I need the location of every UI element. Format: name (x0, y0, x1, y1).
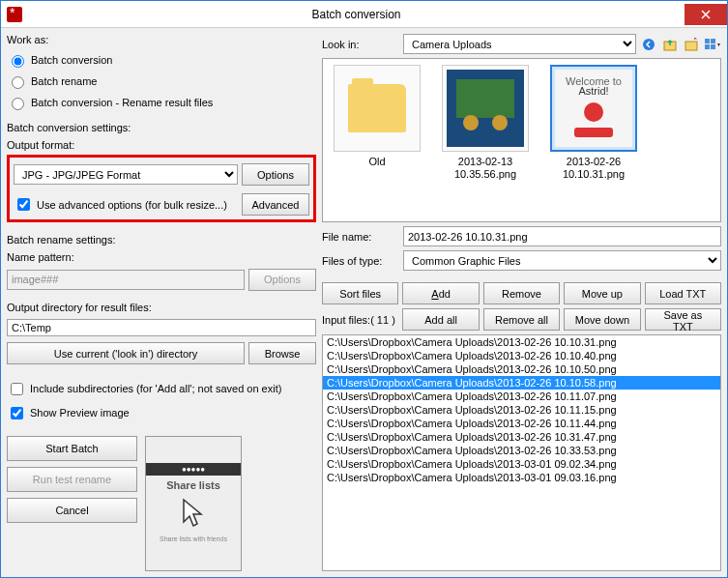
file-name-input[interactable] (403, 226, 721, 246)
use-advanced-label: Use advanced options (for bulk resize...… (37, 199, 238, 211)
add-all-button[interactable]: Add all (402, 308, 479, 331)
back-icon[interactable] (640, 36, 657, 53)
rename-settings-label: Batch rename settings: (7, 234, 316, 246)
browse-button[interactable]: Browse (248, 342, 316, 364)
file-list-row[interactable]: C:\Users\Dropbox\Camera Uploads\2013-03-… (323, 457, 720, 471)
name-pattern-input (7, 270, 245, 290)
include-subdirs-checkbox[interactable] (11, 383, 23, 395)
files-of-type-label: Files of type: (322, 255, 399, 267)
svg-rect-6 (705, 44, 710, 49)
cancel-button[interactable]: Cancel (7, 498, 137, 523)
conversion-settings-label: Batch conversion settings: (7, 122, 316, 133)
look-in-select[interactable]: Camera Uploads (403, 34, 636, 54)
radio-batch-rename[interactable] (12, 76, 24, 89)
format-options-button[interactable]: Options (242, 163, 309, 186)
file-list-row[interactable]: C:\Users\Dropbox\Camera Uploads\2013-02-… (323, 349, 720, 362)
svg-rect-4 (705, 39, 710, 43)
remove-all-button[interactable]: Remove all (483, 308, 560, 331)
run-test-rename-button: Run test rename (7, 467, 137, 492)
save-txt-button[interactable]: Save as TXT (645, 308, 721, 331)
start-batch-button[interactable]: Start Batch (7, 436, 137, 461)
folder-thumb[interactable]: Old (329, 65, 425, 216)
svg-rect-16 (574, 128, 613, 137)
move-down-button[interactable]: Move down (564, 308, 640, 331)
file-list-row[interactable]: C:\Users\Dropbox\Camera Uploads\2013-02-… (323, 390, 720, 403)
close-icon (701, 10, 711, 19)
advanced-button[interactable]: Advanced (242, 193, 309, 216)
file-list-row[interactable]: C:\Users\Dropbox\Camera Uploads\2013-02-… (323, 444, 720, 457)
input-files-count: Input files:( 11 ) (322, 314, 398, 326)
rename-options-button: Options (248, 269, 316, 291)
svg-rect-9 (456, 79, 514, 118)
view-menu-icon[interactable] (704, 36, 721, 53)
file-list-row[interactable]: C:\Users\Dropbox\Camera Uploads\2013-02-… (323, 376, 720, 390)
file-thumb-selected[interactable]: Welcome toAstrid! 2013-02-26 10.10.31.pn… (545, 65, 642, 216)
up-folder-icon[interactable] (661, 36, 679, 53)
output-dir-label: Output directory for result files: (7, 302, 316, 313)
file-list-row[interactable]: C:\Users\Dropbox\Camera Uploads\2013-02-… (323, 335, 720, 349)
svg-point-10 (463, 115, 479, 130)
add-button[interactable]: Add (402, 282, 479, 304)
pointer-icon (174, 495, 213, 534)
use-current-dir-button[interactable]: Use current ('look in') directory (7, 342, 245, 364)
show-preview-label: Show Preview image (30, 407, 130, 419)
use-advanced-checkbox[interactable] (17, 198, 30, 211)
preview-image: ●●●●● Share lists Share lists with frien… (145, 436, 242, 571)
output-dir-input[interactable] (7, 319, 316, 336)
radio-batch-conversion[interactable] (12, 55, 24, 68)
move-up-button[interactable]: Move up (564, 282, 640, 304)
app-icon (7, 7, 22, 22)
sort-files-button[interactable]: Sort files (322, 282, 398, 304)
svg-text:Astrid!: Astrid! (578, 85, 608, 97)
radio-batch-conversion-label: Batch conversion (31, 54, 112, 66)
include-subdirs-label: Include subdirectories (for 'Add all'; n… (30, 383, 281, 394)
highlighted-options-box: JPG - JPG/JPEG Format Options Use advanc… (7, 155, 316, 222)
svg-rect-7 (711, 44, 715, 49)
output-format-label: Output format: (7, 139, 316, 151)
load-txt-button[interactable]: Load TXT (645, 282, 721, 304)
work-as-label: Work as: (7, 34, 316, 45)
file-browser[interactable]: Old 2013-02-13 10.35.56.png Welcome toAs… (322, 58, 721, 222)
name-pattern-label: Name pattern: (7, 251, 316, 263)
svg-point-0 (643, 39, 655, 50)
close-button[interactable] (684, 4, 727, 25)
file-name-label: File name: (322, 231, 399, 243)
file-list-row[interactable]: C:\Users\Dropbox\Camera Uploads\2013-02-… (323, 417, 720, 430)
look-in-label: Look in: (322, 39, 399, 50)
output-format-select[interactable]: JPG - JPG/JPEG Format (14, 164, 238, 185)
file-list-row[interactable]: C:\Users\Dropbox\Camera Uploads\2013-02-… (323, 430, 720, 444)
batch-conversion-window: Batch conversion Work as: Batch conversi… (0, 0, 728, 578)
remove-button[interactable]: Remove (483, 282, 560, 304)
file-list-row[interactable]: C:\Users\Dropbox\Camera Uploads\2013-02-… (323, 403, 720, 417)
show-preview-checkbox[interactable] (11, 407, 23, 419)
file-list-row[interactable]: C:\Users\Dropbox\Camera Uploads\2013-03-… (323, 471, 720, 484)
radio-batch-rename-label: Batch rename (31, 75, 97, 87)
new-folder-icon[interactable]: * (683, 36, 700, 53)
titlebar: Batch conversion (1, 1, 727, 28)
radio-batch-conversion-rename[interactable] (12, 98, 24, 110)
window-title: Batch conversion (28, 8, 684, 21)
file-thumb[interactable]: 2013-02-13 10.35.56.png (437, 65, 534, 216)
svg-point-15 (584, 102, 603, 122)
file-list-row[interactable]: C:\Users\Dropbox\Camera Uploads\2013-02-… (323, 362, 720, 376)
radio-batch-conversion-rename-label: Batch conversion - Rename result files (31, 97, 213, 108)
svg-rect-5 (711, 39, 715, 43)
input-files-list[interactable]: C:\Users\Dropbox\Camera Uploads\2013-02-… (322, 334, 721, 571)
svg-point-11 (492, 115, 508, 130)
svg-text:*: * (693, 38, 698, 45)
files-of-type-select[interactable]: Common Graphic Files (403, 250, 721, 271)
